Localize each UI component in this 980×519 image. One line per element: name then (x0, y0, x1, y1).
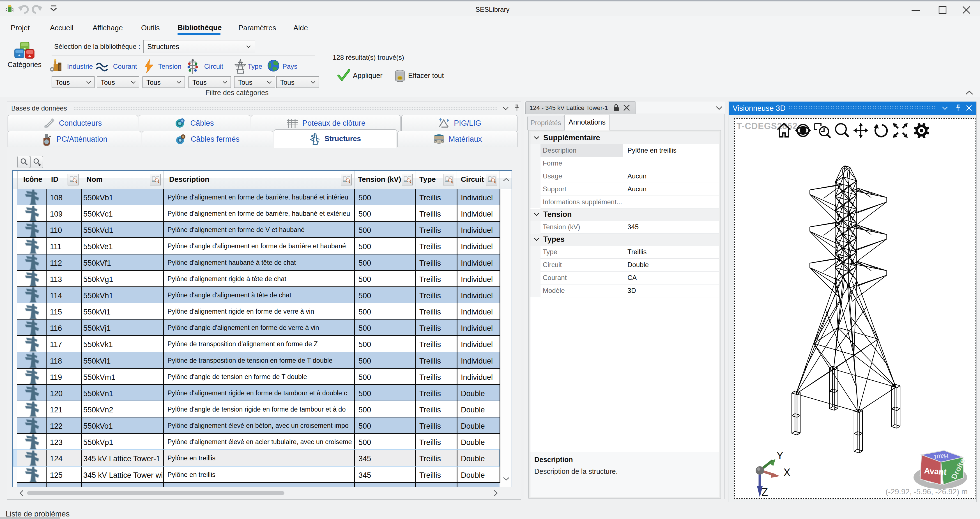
svg-text:Z: Z (762, 486, 768, 498)
svg-text:Avant: Avant (924, 466, 947, 477)
svg-text:Haut: Haut (934, 452, 949, 461)
svg-text:Y: Y (776, 450, 783, 462)
svg-text:X: X (783, 466, 791, 478)
